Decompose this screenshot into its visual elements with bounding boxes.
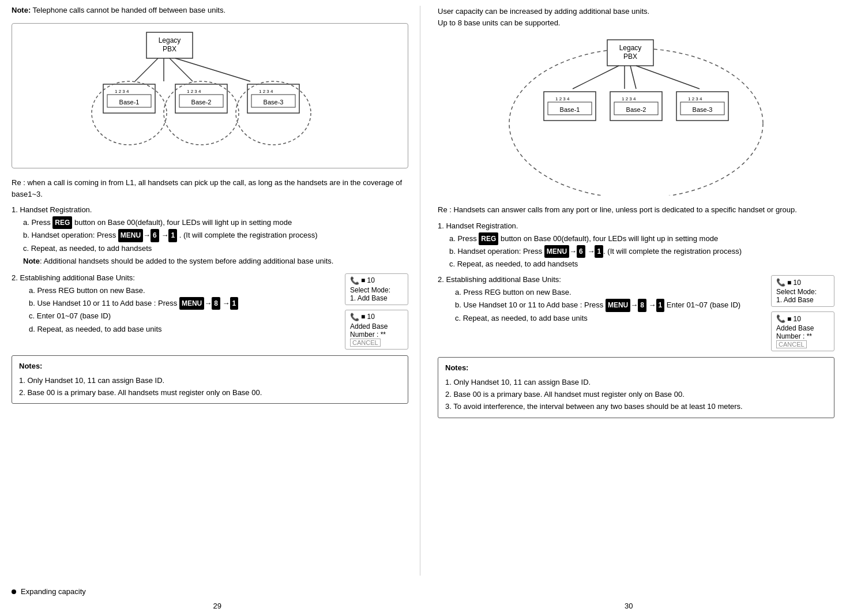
svg-text:1  2  3  4: 1 2 3 4 (259, 89, 273, 94)
right-re-body: Re : Handsets can answer calls from any … (438, 205, 797, 214)
left-notes-item2: 2. Base 00 is a primary base. All handse… (19, 387, 401, 399)
right-notes-item1: 1. Only Handset 10, 11 can assign Base I… (445, 377, 827, 389)
left-section2-container: 📞 ■ 10 Select Mode: 1. Add Base 📞 ■ 10 A… (12, 273, 408, 350)
svg-text:PBX: PBX (623, 52, 637, 61)
left-s1-note: Note: Additional handsets should be adde… (23, 255, 408, 268)
cancel-label-1: CANCEL (350, 339, 381, 347)
left-notes-title: Notes: (19, 360, 401, 373)
reg-key-r1: REG (479, 232, 498, 245)
left-diagram: Legacy PBX 1 2 3 4 Base-1 1 2 3 4 Base-2 (12, 23, 408, 168)
menu-key-2: MENU (179, 297, 204, 310)
phone-icon-r1: 📞 (776, 278, 785, 287)
svg-line-29 (636, 66, 700, 89)
svg-text:Legacy: Legacy (619, 44, 642, 52)
key-8-1: 8 (212, 297, 220, 310)
right-screen2-line3: Number : ** (776, 332, 829, 340)
right-screen2-cancel: CANCEL (776, 340, 829, 348)
svg-line-5 (170, 58, 193, 81)
right-s1-item-a: a. Press REG button on Base 00(default),… (449, 232, 834, 245)
right-screen2-line2: Added Base (776, 324, 829, 332)
svg-line-28 (630, 66, 636, 89)
left-screen2-line3: Number : ** (350, 330, 403, 339)
menu-key-r1: MENU (544, 245, 569, 258)
left-screen1-line2: Select Mode: (350, 286, 403, 294)
cancel-label-r2: CANCEL (776, 340, 807, 348)
right-re-text: Re : Handsets can answer calls from any … (438, 204, 834, 216)
right-notes-box: Notes: 1. Only Handset 10, 11 can assign… (438, 357, 834, 418)
left-diagram-svg: Legacy PBX 1 2 3 4 Base-1 1 2 3 4 Base-2 (77, 29, 343, 162)
svg-text:1  2  3  4: 1 2 3 4 (187, 89, 201, 94)
note-prefix: Note: (12, 6, 31, 14)
expanding-row: Expanding capacity (12, 587, 423, 596)
menu-key-1: MENU (118, 229, 143, 242)
right-notes-item3: 3. To avoid interference, the interval b… (445, 401, 827, 413)
left-screen2-cancel: CANCEL (350, 339, 403, 347)
right-intro-line1: User capacity can be increased by adding… (438, 7, 649, 16)
right-section1-items: a. Press REG button on Base 00(default),… (438, 232, 834, 271)
svg-text:Base-2: Base-2 (626, 106, 646, 113)
right-notes-title: Notes: (445, 362, 827, 374)
right-screen1-line3: 1. Add Base (776, 296, 829, 304)
left-screen1-title: 📞 ■ 10 (350, 276, 403, 285)
key-1-r2: 1 (656, 299, 665, 311)
svg-text:1  2  3  4: 1 2 3 4 (115, 89, 129, 94)
menu-key-r2: MENU (606, 299, 630, 311)
right-intro-line2: Up to 8 base units can be supported. (438, 18, 560, 27)
phone-icon-2: 📞 (350, 313, 359, 321)
phone-icon-1: 📞 (350, 276, 359, 285)
right-screen2: 📞 ■ 10 Added Base Number : ** CANCEL (771, 311, 834, 351)
left-screen2: 📞 ■ 10 Added Base Number : ** CANCEL (345, 310, 408, 350)
left-page-number: 29 (213, 602, 221, 610)
right-section1: 1. Handset Registration. a. Press REG bu… (438, 221, 834, 271)
left-screens: 📞 ■ 10 Select Mode: 1. Add Base 📞 ■ 10 A… (345, 273, 408, 350)
note-body: Telephone calls cannot be handed off bet… (33, 6, 225, 14)
left-s1-item-b: b. Handset operation: Press MENU→6 →1 . … (23, 229, 408, 242)
key-6-1: 6 (151, 229, 159, 242)
right-page-number: 30 (625, 602, 633, 610)
svg-text:1  2  3  4: 1 2 3 4 (622, 96, 636, 102)
left-screen2-title: 📞 ■ 10 (350, 313, 403, 321)
right-notes-item2: 2. Base 00 is a primary base. All handse… (445, 389, 827, 401)
left-section1-title: 1. Handset Registration. (12, 205, 408, 214)
svg-text:Base-3: Base-3 (693, 106, 713, 113)
right-section2-container: 📞 ■ 10 Select Mode: 1. Add Base 📞 ■ 10 A… (438, 275, 834, 351)
right-page: User capacity can be increased by adding… (420, 6, 834, 576)
svg-line-3 (135, 58, 158, 81)
svg-line-6 (175, 58, 250, 81)
right-screen2-title: 📞 ■ 10 (776, 314, 829, 323)
expanding-item: Expanding capacity (12, 587, 86, 596)
bullet-icon (12, 589, 16, 594)
right-section1-title: 1. Handset Registration. (438, 221, 834, 230)
key-6-r1: 6 (577, 245, 585, 258)
left-screen1: 📞 ■ 10 Select Mode: 1. Add Base (345, 273, 408, 305)
right-diagram-svg: Legacy PBX 1 2 3 4 Base-1 1 2 3 4 Base-2 (498, 34, 774, 196)
page-numbers-row: 29 30 (0, 599, 846, 616)
phone-icon-r2: 📞 (776, 314, 785, 323)
left-section1: 1. Handset Registration. a. Press REG bu… (12, 205, 408, 268)
right-screen1-line1: ■ 10 (787, 279, 801, 287)
reg-key-1: REG (52, 216, 72, 229)
left-re-body: Re : when a call is coming in from L1, a… (12, 178, 402, 198)
left-s1-item-c: c. Repeat, as needed, to add handsets (23, 242, 408, 255)
svg-text:PBX: PBX (163, 45, 176, 53)
left-note: Note: Telephone calls cannot be handed o… (12, 6, 408, 14)
expanding-label: Expanding capacity (21, 587, 86, 596)
key-1-2: 1 (230, 297, 239, 310)
left-re-text: Re : when a call is coming in from L1, a… (12, 177, 408, 200)
right-screen1-line2: Select Mode: (776, 288, 829, 296)
key-1-r1: 1 (595, 245, 603, 258)
svg-line-26 (573, 66, 619, 89)
svg-text:Base-1: Base-1 (560, 106, 580, 113)
svg-text:Base-1: Base-1 (119, 99, 140, 106)
right-screen2-line1: ■ 10 (787, 315, 801, 323)
key-8-r2: 8 (638, 299, 646, 311)
right-screens: 📞 ■ 10 Select Mode: 1. Add Base 📞 ■ 10 A… (771, 275, 834, 351)
left-screen2-line2: Added Base (350, 322, 403, 330)
right-screen1-title: 📞 ■ 10 (776, 278, 829, 287)
right-diagram-area: Legacy PBX 1 2 3 4 Base-1 1 2 3 4 Base-2 (438, 34, 834, 196)
left-screen1-line1: ■ 10 (361, 276, 375, 284)
left-screen2-line1: ■ 10 (361, 313, 375, 321)
svg-text:1  2  3  4: 1 2 3 4 (688, 96, 702, 102)
svg-text:Base-2: Base-2 (191, 99, 212, 106)
svg-text:1  2  3  4: 1 2 3 4 (555, 96, 570, 102)
